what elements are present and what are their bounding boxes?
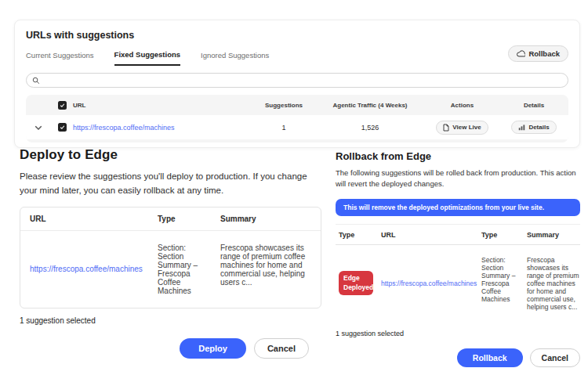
deploy-col-summary: Summary [220,215,311,223]
rollback-confirm-button[interactable]: Rollback [457,348,523,367]
rollback-table-header: Type URL Type Summary [336,225,580,245]
deploy-table-header: URL Type Summary [20,207,321,231]
deploy-row-summary: Frescopa showcases its range of premium … [220,244,311,295]
deploy-table-row: https://frescopa.coffee/machines Section… [20,231,321,308]
deploy-dialog-title: Deploy to Edge [20,147,321,163]
table-row: https://frescopa.coffee/machines 1 1,526… [26,115,568,139]
urls-table-header: URL Suggestions Agentic Traffic (4 Weeks… [26,95,568,115]
rollback-button-label: Rollback [528,49,560,58]
rollback-row-type: Section: Section Summary – Frescopa Coff… [481,256,522,311]
col-header-actions: Actions [425,102,499,109]
search-input[interactable] [44,77,562,85]
deploy-selection-count: 1 suggestion selected [20,316,321,325]
col-header-suggestions: Suggestions [252,102,315,109]
deploy-row-type: Section: Section Summary – Frescopa Coff… [158,244,214,295]
cloud-icon [517,50,525,57]
row-suggestions-count: 1 [252,124,315,132]
row-checkbox[interactable] [58,123,67,132]
search-bar[interactable] [26,73,568,88]
col-header-traffic: Agentic Traffic (4 Weeks) [315,102,425,109]
view-live-label: View Live [452,124,481,131]
rollback-warning-banner: This will remove the deployed optimizati… [336,199,580,216]
deploy-dialog-description: Please review the suggestions you'll dep… [20,170,321,198]
chevron-down-icon [34,124,42,131]
col-header-details: Details [499,102,568,109]
rollback-dialog-description: The following suggestions will be rolled… [336,168,580,190]
row-traffic-value: 1,526 [315,124,425,132]
details-button[interactable]: Details [511,121,556,134]
rollback-row-url-link[interactable]: https://frescopa.coffee/machines [381,280,477,287]
rollback-table-row: Edge Deployed https://frescopa.coffee/ma… [336,245,580,320]
rollback-row-summary: Frescopa showcases its range of premium … [527,256,580,311]
panel-title: URLs with suggestions [26,30,568,41]
deploy-button[interactable]: Deploy [180,338,246,359]
search-icon [32,77,40,85]
deploy-cancel-button[interactable]: Cancel [254,338,309,359]
rollback-col-summary: Summary [527,231,580,239]
deploy-row-url-link[interactable]: https://frescopa.coffee/machines [30,265,143,273]
deploy-to-edge-dialog: Deploy to Edge Please review the suggest… [20,147,321,359]
edge-deployed-badge: Edge Deployed [339,271,373,295]
rollback-col-url: URL [381,231,477,239]
urls-with-suggestions-panel: URLs with suggestions Current Suggestion… [14,20,580,148]
rollback-selection-count: 1 suggestion selected [336,330,580,337]
rollback-col-badge-type: Type [339,231,376,239]
tab-ignored-suggestions[interactable]: Ignored Suggestions [201,51,269,65]
suggestions-tabs: Current Suggestions Fixed Suggestions Ig… [26,50,568,66]
view-live-button[interactable]: View Live [436,121,488,135]
deploy-table: URL Type Summary https://frescopa.coffee… [20,207,321,308]
tab-fixed-suggestions[interactable]: Fixed Suggestions [114,50,180,66]
deploy-col-url: URL [30,215,151,223]
rollback-col-type: Type [481,231,522,239]
expand-row-button[interactable] [26,124,51,131]
details-label: Details [528,124,549,131]
bar-chart-icon [518,124,525,131]
row-url-link[interactable]: https://frescopa.coffee/machines [73,124,174,132]
select-all-checkbox[interactable] [58,101,67,110]
rollback-table: Type URL Type Summary Edge Deployed http… [336,224,580,320]
urls-table: URL Suggestions Agentic Traffic (4 Weeks… [26,95,568,143]
document-preview-icon [443,124,449,132]
rollback-cancel-button[interactable]: Cancel [530,348,580,367]
col-header-url: URL [73,102,252,109]
tab-current-suggestions[interactable]: Current Suggestions [26,51,94,65]
deploy-col-type: Type [158,215,214,223]
rollback-dialog-title: Rollback from Edge [336,150,580,162]
rollback-from-edge-dialog: Rollback from Edge The following suggest… [336,150,580,367]
rollback-button[interactable]: Rollback [508,45,568,62]
